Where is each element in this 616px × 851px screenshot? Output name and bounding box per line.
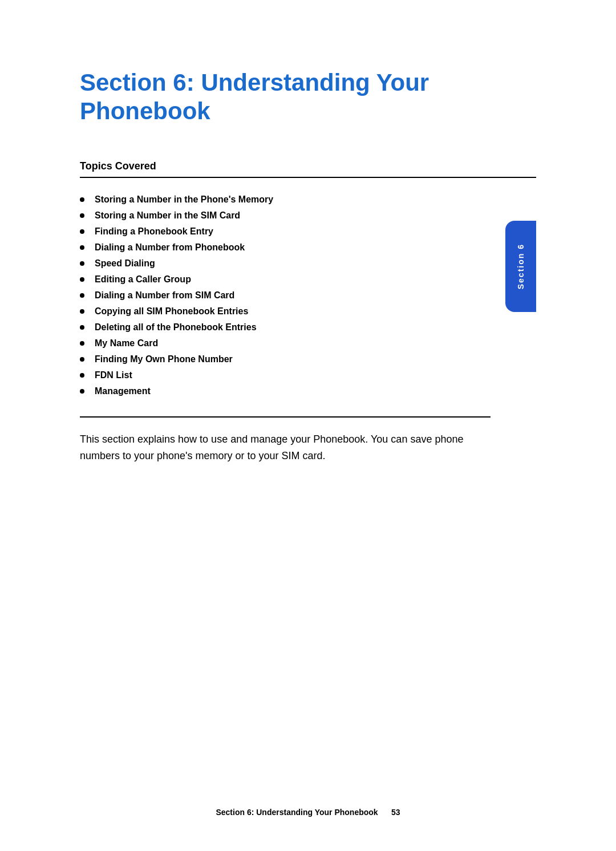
bullet-icon — [80, 213, 84, 218]
footer-area: Section 6: Understanding Your Phonebook … — [0, 808, 616, 817]
list-item: Storing a Number in the Phone's Memory — [80, 192, 536, 208]
list-item: Storing a Number in the SIM Card — [80, 208, 536, 224]
page-number: 53 — [391, 808, 400, 817]
bullet-icon — [80, 341, 84, 346]
list-item: Speed Dialing — [80, 256, 536, 271]
page-title: Section 6: Understanding Your Phonebook — [80, 68, 536, 126]
title-line1: Section 6: Understanding Your — [80, 69, 429, 96]
side-tab-label: Section 6 — [516, 244, 525, 289]
footer-label: Section 6: Understanding Your Phonebook — [216, 808, 378, 817]
list-item: Editing a Caller Group — [80, 271, 536, 287]
bullet-icon — [80, 245, 84, 250]
list-item: My Name Card — [80, 335, 536, 351]
bullet-icon — [80, 197, 84, 202]
list-item: Deleting all of the Phonebook Entries — [80, 319, 536, 335]
page-container: Section 6: Understanding Your Phonebook … — [0, 0, 616, 851]
list-item: FDN List — [80, 367, 536, 383]
bullet-icon — [80, 261, 84, 266]
bullet-icon — [80, 389, 84, 394]
list-item: Finding My Own Phone Number — [80, 351, 536, 367]
topics-list: Storing a Number in the Phone's Memory S… — [80, 192, 536, 399]
bullet-icon — [80, 309, 84, 314]
section-tab: Section 6 — [505, 221, 536, 312]
title-line2: Phonebook — [80, 98, 210, 124]
topics-covered-heading: Topics Covered — [80, 160, 536, 178]
list-item: Finding a Phonebook Entry — [80, 224, 536, 240]
list-item: Management — [80, 383, 536, 399]
list-item: Dialing a Number from Phonebook — [80, 240, 536, 256]
content-area: Section 6: Understanding Your Phonebook … — [80, 68, 536, 464]
list-item: Copying all SIM Phonebook Entries — [80, 303, 536, 319]
list-item: Dialing a Number from SIM Card — [80, 287, 536, 303]
bullet-icon — [80, 277, 84, 282]
bullet-icon — [80, 229, 84, 234]
bullet-icon — [80, 293, 84, 298]
bullet-icon — [80, 357, 84, 362]
bullet-icon — [80, 325, 84, 330]
description-text: This section explains how to use and man… — [80, 416, 491, 464]
bullet-icon — [80, 373, 84, 378]
